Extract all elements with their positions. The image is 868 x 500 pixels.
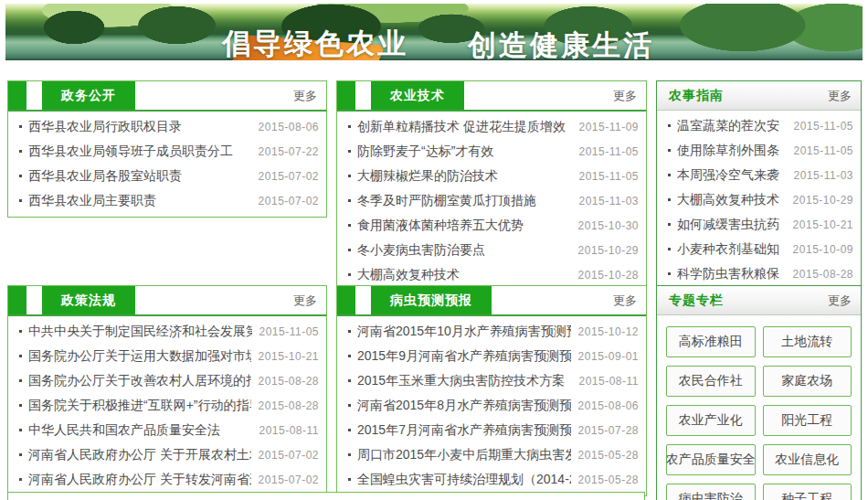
article-link[interactable]: 西华县农业局主要职责 bbox=[28, 193, 251, 209]
topic-button-grid: 高标准粮田 土地流转 农民合作社 家庭农场 农业产业化 阳光工程 农产品质量安全… bbox=[657, 315, 861, 500]
list-item[interactable]: 国务院关于积极推进“互联网+”行动的指导 2015-08-28 bbox=[17, 393, 319, 418]
page: 倡导绿色农业 创造健康生活 政务公开 更多 西华县农业局行政职权目录 2015-… bbox=[0, 0, 868, 500]
topic-button[interactable]: 家庭农场 bbox=[763, 366, 852, 397]
list-item[interactable]: 西华县农业局领导班子成员职责分工 2015-07-22 bbox=[17, 139, 319, 164]
list-item[interactable]: 创新单粒精播技术 促进花生提质增效 2015-11-09 bbox=[346, 114, 639, 139]
list-item[interactable]: 科学防虫害秋粮保 2015-08-28 bbox=[666, 261, 853, 286]
article-link[interactable]: 防除野麦子“达标”才有效 bbox=[357, 144, 572, 160]
bullet-icon bbox=[348, 273, 351, 276]
list-item[interactable]: 食用菌液体菌种培养五大优势 2015-10-30 bbox=[346, 213, 639, 238]
article-link[interactable]: 小麦种衣剂基础知 bbox=[677, 241, 786, 258]
topic-button[interactable]: 种子工程 bbox=[763, 484, 852, 500]
topic-button[interactable]: 病虫害防治 bbox=[666, 484, 756, 500]
article-link[interactable]: 国务院关于积极推进“互联网+”行动的指导 bbox=[28, 398, 251, 414]
bullet-icon bbox=[19, 478, 22, 481]
more-link-gov-info[interactable]: 更多 bbox=[293, 88, 326, 104]
list-item[interactable]: 全国蝗虫灾害可持续治理规划（2014-2020年 2015-05-28 bbox=[346, 467, 639, 492]
article-date: 2015-11-05 bbox=[252, 325, 320, 338]
list-item[interactable]: 西华县农业局行政职权目录 2015-08-06 bbox=[17, 114, 319, 139]
article-date: 2015-08-28 bbox=[251, 375, 319, 388]
list-item[interactable]: 小麦种衣剂基础知 2015-10-09 bbox=[666, 237, 853, 261]
article-link[interactable]: 科学防虫害秋粮保 bbox=[677, 266, 786, 282]
article-link[interactable]: 如何减缓害虫抗药 bbox=[677, 217, 786, 233]
list-item[interactable]: 河南省2015年10月水产养殖病害预测预报 2015-10-12 bbox=[346, 319, 639, 344]
article-date: 2015-10-21 bbox=[251, 350, 319, 363]
article-link[interactable]: 全国蝗虫灾害可持续治理规划（2014-2020年 bbox=[357, 472, 571, 488]
list-item[interactable]: 2015年9月河南省水产养殖病害预测预报 2015-09-01 bbox=[346, 344, 639, 368]
article-link[interactable]: 创新单粒精播技术 促进花生提质增效 bbox=[357, 119, 572, 135]
article-link[interactable]: 2015年玉米重大病虫害防控技术方案 bbox=[357, 373, 572, 389]
article-link[interactable]: 河南省2015年10月水产养殖病害预测预报 bbox=[357, 324, 571, 340]
panel-gov-info: 政务公开 更多 西华县农业局行政职权目录 2015-08-06 西华县农业局领导… bbox=[7, 80, 327, 218]
bullet-icon bbox=[348, 478, 351, 481]
article-link[interactable]: 2015年7月河南省水产养殖病害预测预报 bbox=[357, 422, 571, 439]
article-link[interactable]: 2015年9月河南省水产养殖病害预测预报 bbox=[357, 348, 571, 365]
list-item[interactable]: 西华县农业局主要职责 2015-07-02 bbox=[17, 188, 319, 213]
article-link[interactable]: 西华县农业局领导班子成员职责分工 bbox=[28, 144, 251, 160]
article-link[interactable]: 食用菌液体菌种培养五大优势 bbox=[357, 218, 571, 234]
article-link[interactable]: 使用除草剂外围条 bbox=[677, 143, 787, 159]
topic-button[interactable]: 高标准粮田 bbox=[666, 326, 756, 357]
list-item[interactable]: 2015年玉米重大病虫害防控技术方案 2015-08-11 bbox=[346, 368, 639, 393]
bullet-icon bbox=[348, 150, 351, 153]
article-link[interactable]: 西华县农业局行政职权目录 bbox=[28, 119, 251, 135]
list-item[interactable]: 国务院办公厅关于改善农村人居环境的指导 2015-08-28 bbox=[17, 368, 319, 393]
topic-button[interactable]: 农业产业化 bbox=[666, 405, 756, 436]
list-item[interactable]: 冬小麦病虫害防治要点 2015-10-29 bbox=[346, 238, 639, 262]
more-link-ag-tech[interactable]: 更多 bbox=[613, 88, 646, 104]
list-item[interactable]: 大棚高效复种技术 2015-10-28 bbox=[346, 262, 639, 287]
list-item[interactable]: 本周强冷空气来袭 2015-11-03 bbox=[666, 163, 853, 187]
article-link[interactable]: 大棚高效复种技术 bbox=[677, 192, 786, 208]
list-item[interactable]: 大棚辣椒烂果的防治技术 2015-11-05 bbox=[346, 164, 639, 188]
list-item[interactable]: 防除野麦子“达标”才有效 2015-11-05 bbox=[346, 139, 639, 164]
article-link[interactable]: 大棚高效复种技术 bbox=[357, 267, 571, 283]
topic-button[interactable]: 阳光工程 bbox=[763, 405, 852, 436]
article-link[interactable]: 河南省人民政府办公厅 关于转发河南省进一 bbox=[28, 472, 251, 488]
more-link-farming-guide[interactable]: 更多 bbox=[828, 88, 861, 104]
article-date: 2015-11-09 bbox=[572, 121, 640, 133]
article-link[interactable]: 河南省2015年8月水产养殖病害预测预报 bbox=[357, 398, 571, 414]
list-item[interactable]: 使用除草剂外围条 2015-11-05 bbox=[666, 138, 853, 163]
article-date: 2015-10-28 bbox=[571, 269, 639, 282]
list-item[interactable]: 国务院办公厅关于运用大数据加强对市场主 2015-10-21 bbox=[17, 344, 319, 368]
article-list: 西华县农业局行政职权目录 2015-08-06 西华县农业局领导班子成员职责分工… bbox=[8, 112, 326, 217]
topic-button[interactable]: 农产品质量安全 bbox=[666, 444, 756, 475]
list-item[interactable]: 周口市2015年小麦中后期重大病虫害发生趋 2015-05-28 bbox=[346, 442, 639, 467]
article-link[interactable]: 西华县农业局各股室站职责 bbox=[28, 168, 251, 185]
article-link[interactable]: 中华人民共和国农产品质量安全法 bbox=[28, 422, 252, 439]
more-link-pest-forecast[interactable]: 更多 bbox=[613, 293, 646, 309]
article-date: 2015-11-05 bbox=[787, 120, 854, 133]
topic-button[interactable]: 农民合作社 bbox=[666, 366, 756, 397]
list-item[interactable]: 河南省人民政府办公厅 关于开展农村土地承 2015-07-02 bbox=[17, 442, 319, 467]
list-item[interactable]: 西华县农业局各股室站职责 2015-07-02 bbox=[17, 164, 319, 188]
article-link[interactable]: 周口市2015年小麦中后期重大病虫害发生趋 bbox=[357, 447, 571, 463]
list-item[interactable]: 大棚高效复种技术 2015-10-29 bbox=[666, 187, 853, 212]
list-item[interactable]: 中华人民共和国农产品质量安全法 2015-08-11 bbox=[17, 418, 319, 442]
more-link-policy[interactable]: 更多 bbox=[293, 293, 326, 309]
article-date: 2015-07-02 bbox=[251, 449, 319, 462]
topic-button[interactable]: 农业信息化 bbox=[763, 444, 852, 475]
list-item[interactable]: 河南省2015年8月水产养殖病害预测预报 2015-08-06 bbox=[346, 393, 639, 418]
article-link[interactable]: 国务院办公厅关于改善农村人居环境的指导 bbox=[28, 373, 251, 389]
panel-pest-forecast: 病虫预测预报 更多 河南省2015年10月水产养殖病害预测预报 2015-10-… bbox=[336, 285, 647, 496]
panel-header: 政策法规 更多 bbox=[8, 286, 326, 316]
bullet-icon bbox=[19, 150, 22, 153]
article-link[interactable]: 冬小麦病虫害防治要点 bbox=[357, 242, 571, 259]
article-link[interactable]: 河南省人民政府办公厅 关于开展农村土地承 bbox=[28, 447, 251, 463]
list-item[interactable]: 2015年7月河南省水产养殖病害预测预报 2015-07-28 bbox=[346, 418, 639, 442]
list-item[interactable]: 温室蔬菜的茬次安 2015-11-05 bbox=[666, 113, 853, 138]
more-link-topics[interactable]: 更多 bbox=[828, 293, 861, 309]
article-link[interactable]: 温室蔬菜的茬次安 bbox=[677, 118, 787, 134]
article-link[interactable]: 中共中央关于制定国民经济和社会发展第十 bbox=[28, 324, 252, 340]
article-link[interactable]: 国务院办公厅关于运用大数据加强对市场主 bbox=[28, 348, 251, 365]
list-item[interactable]: 河南省人民政府办公厅 关于转发河南省进一 2015-07-02 bbox=[17, 467, 319, 492]
article-link[interactable]: 冬季及时严防棚室黄瓜打顶措施 bbox=[357, 193, 572, 209]
article-link[interactable]: 本周强冷空气来袭 bbox=[677, 167, 787, 184]
article-date: 2015-10-30 bbox=[571, 219, 639, 232]
bullet-icon bbox=[668, 248, 671, 250]
list-item[interactable]: 如何减缓害虫抗药 2015-10-21 bbox=[666, 212, 853, 237]
list-item[interactable]: 中共中央关于制定国民经济和社会发展第十 2015-11-05 bbox=[17, 319, 319, 344]
article-link[interactable]: 大棚辣椒烂果的防治技术 bbox=[357, 168, 572, 185]
list-item[interactable]: 冬季及时严防棚室黄瓜打顶措施 2015-11-03 bbox=[346, 188, 639, 213]
topic-button[interactable]: 土地流转 bbox=[763, 326, 852, 357]
